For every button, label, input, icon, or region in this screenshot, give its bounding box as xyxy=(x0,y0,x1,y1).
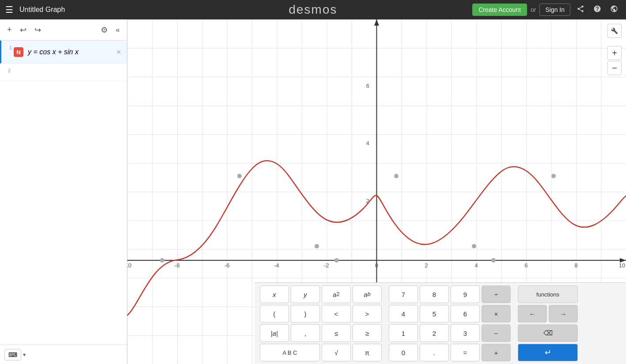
sidebar: + ↩ ↪ ⚙ « 1 N y = cos x + sin x xyxy=(0,19,127,364)
svg-point-29 xyxy=(334,258,339,263)
key-abs[interactable]: |a| xyxy=(260,324,289,342)
key-x[interactable]: x xyxy=(260,285,289,303)
expression-item-1[interactable]: 1 N y = cos x + sin x ✕ xyxy=(0,41,127,64)
svg-text:8: 8 xyxy=(574,262,577,269)
expression-item-2[interactable]: 2 xyxy=(0,64,127,81)
svg-text:2: 2 xyxy=(425,262,428,269)
expr-color-swatch-1[interactable]: N xyxy=(14,47,23,57)
key-times[interactable]: × xyxy=(482,305,511,323)
key-divide[interactable]: ÷ xyxy=(482,285,511,303)
keyboard-toggle-button[interactable]: ⌨ xyxy=(4,349,21,360)
svg-point-27 xyxy=(472,244,476,248)
or-text: or xyxy=(531,6,536,13)
svg-text:-4: -4 xyxy=(274,262,279,269)
key-6[interactable]: 6 xyxy=(451,305,480,323)
add-expression-button[interactable]: + xyxy=(4,23,15,36)
key-geq[interactable]: ≥ xyxy=(353,324,382,342)
key-0[interactable]: 0 xyxy=(389,344,418,361)
key-minus[interactable]: − xyxy=(482,324,511,342)
topbar: ☰ Untitled Graph desmos Create Account o… xyxy=(0,0,626,19)
keyboard-toggle: ⌨ ▾ xyxy=(0,345,127,364)
sidebar-toolbar: + ↩ ↪ ⚙ « xyxy=(0,19,127,41)
key-comma[interactable]: , xyxy=(291,324,320,342)
key-close-paren[interactable]: ) xyxy=(291,305,320,323)
key-y[interactable]: y xyxy=(291,285,320,303)
svg-point-23 xyxy=(237,174,242,178)
svg-text:4: 4 xyxy=(474,262,478,269)
sign-in-button[interactable]: Sign In xyxy=(539,4,570,16)
wrench-button[interactable] xyxy=(607,24,622,38)
key-equals[interactable]: = xyxy=(451,344,480,361)
key-leq[interactable]: ≤ xyxy=(322,324,351,342)
zoom-out-button[interactable]: − xyxy=(607,61,622,75)
key-sqrt[interactable]: √ xyxy=(322,344,351,361)
action-keypad: functions ← → ⌫ ↵ xyxy=(518,285,578,361)
help-icon[interactable] xyxy=(591,3,604,17)
share-icon[interactable] xyxy=(574,3,587,17)
expr-number-1: 1 xyxy=(5,42,12,50)
svg-point-25 xyxy=(551,174,556,178)
svg-text:4: 4 xyxy=(366,140,369,146)
key-abc[interactable]: A B C xyxy=(260,344,320,361)
key-7[interactable]: 7 xyxy=(389,285,418,303)
key-pi[interactable]: π xyxy=(353,344,382,361)
key-left-arrow[interactable]: ← xyxy=(518,305,547,323)
main-area: + ↩ ↪ ⚙ « 1 N y = cos x + sin x xyxy=(0,19,626,364)
expr-close-button-1[interactable]: ✕ xyxy=(114,48,123,56)
svg-point-26 xyxy=(315,244,319,248)
svg-text:0: 0 xyxy=(375,262,378,269)
svg-point-30 xyxy=(491,258,496,263)
key-dot[interactable]: . xyxy=(420,344,449,361)
svg-text:6: 6 xyxy=(524,262,527,269)
key-enter[interactable]: ↵ xyxy=(518,344,578,361)
graph-area[interactable]: -10 -8 -6 -4 -2 0 2 4 6 8 10 2 4 6 -2 xyxy=(127,19,626,364)
svg-text:-10: -10 xyxy=(127,262,131,269)
undo-button[interactable]: ↩ xyxy=(17,23,29,37)
key-9[interactable]: 9 xyxy=(451,285,480,303)
key-right-arrow[interactable]: → xyxy=(549,305,578,323)
key-open-paren[interactable]: ( xyxy=(260,305,289,323)
zoom-controls: + − xyxy=(607,46,622,75)
desmos-logo-icon: N xyxy=(14,47,23,57)
key-functions[interactable]: functions xyxy=(518,285,578,303)
symbol-keypad: x y a2 ab ( ) < > |a| , ≤ ≥ A B C √ π xyxy=(260,285,382,361)
key-a-squared[interactable]: a2 xyxy=(322,285,351,303)
keyboard-arrow-button[interactable]: ▾ xyxy=(23,352,26,358)
graph-title: Untitled Graph xyxy=(19,6,472,14)
expr-formula-1[interactable]: y = cos x + sin x xyxy=(28,48,114,56)
svg-text:6: 6 xyxy=(366,83,369,89)
redo-button[interactable]: ↪ xyxy=(32,23,44,37)
brand-logo: desmos xyxy=(288,3,337,17)
key-4[interactable]: 4 xyxy=(389,305,418,323)
svg-point-24 xyxy=(394,174,398,178)
create-account-button[interactable]: Create Account xyxy=(472,4,527,16)
key-2[interactable]: 2 xyxy=(420,324,449,342)
settings-button[interactable]: ⚙ xyxy=(98,23,110,37)
key-a-b[interactable]: ab xyxy=(353,285,382,303)
key-greater-than[interactable]: > xyxy=(353,305,382,323)
zoom-in-button[interactable]: + xyxy=(607,46,622,60)
svg-text:-2: -2 xyxy=(324,262,329,269)
key-1[interactable]: 1 xyxy=(389,324,418,342)
menu-icon[interactable]: ☰ xyxy=(5,4,13,15)
svg-text:N: N xyxy=(16,49,20,56)
svg-text:-8: -8 xyxy=(175,262,180,269)
key-delete[interactable]: ⌫ xyxy=(518,324,578,342)
number-keypad: 7 8 9 ÷ 4 5 6 × 1 2 3 − 0 . = + xyxy=(389,285,511,361)
expr-number-2: 2 xyxy=(4,65,11,73)
globe-icon[interactable] xyxy=(607,3,621,17)
svg-text:10: 10 xyxy=(619,262,625,269)
topbar-right: Create Account or Sign In xyxy=(472,3,621,17)
key-3[interactable]: 3 xyxy=(451,324,480,342)
expression-list: 1 N y = cos x + sin x ✕ 2 xyxy=(0,41,127,345)
svg-text:-6: -6 xyxy=(224,262,230,269)
svg-point-28 xyxy=(160,258,164,263)
key-less-than[interactable]: < xyxy=(322,305,351,323)
collapse-button[interactable]: « xyxy=(113,24,122,36)
keyboard-panel: x y a2 ab ( ) < > |a| , ≤ ≥ A B C √ π 7 … xyxy=(254,282,626,364)
key-5[interactable]: 5 xyxy=(420,305,449,323)
key-8[interactable]: 8 xyxy=(420,285,449,303)
key-plus[interactable]: + xyxy=(482,344,511,361)
